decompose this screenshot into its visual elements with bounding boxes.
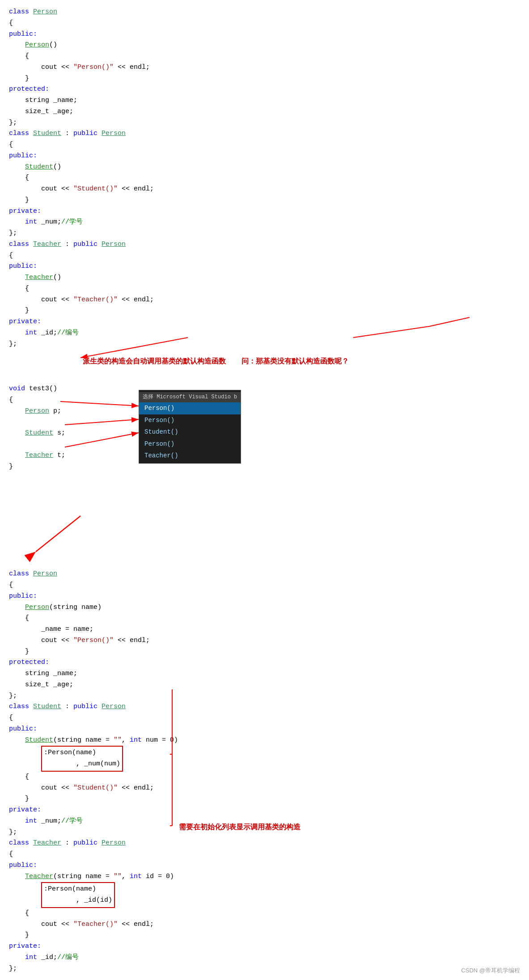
- vs-popup-item-2: Student(): [139, 426, 241, 438]
- vs-popup-item-0: Person(): [139, 402, 241, 414]
- spacer-1: [0, 476, 529, 511]
- page-wrapper: class Person { public: Person() { cout <…: [0, 0, 529, 980]
- annotation-section-2: 需要在初始化列表显示调用基类的构造: [179, 821, 529, 835]
- watermark: CSDN @帝耳机学编程: [461, 966, 520, 976]
- annotation-section-1: 派生类的构造会自动调用基类的默认构造函数 问：那基类没有默认构造函数呢？: [0, 353, 529, 380]
- code-section-1: class Person { public: Person() { cout <…: [0, 0, 529, 353]
- big-arrow-svg: [0, 511, 134, 565]
- test-function-section: void test3() { Person p; Student s; Teac…: [0, 380, 529, 476]
- test-pre: void test3() { Person p; Student s; Teac…: [9, 384, 520, 472]
- vs-popup-item-1: Person(): [139, 414, 241, 426]
- annotation-question-1: 问：那基类没有默认构造函数呢？: [241, 355, 349, 367]
- big-arrow-section: [0, 511, 529, 565]
- vs-popup-item-3: Person(): [139, 438, 241, 450]
- code-section-2: class Person { public: Person(string nam…: [0, 565, 529, 978]
- vs-popup-title: 选择 Microsoft Visual Studio b: [139, 392, 241, 402]
- test-function-code: void test3() { Person p; Student s; Teac…: [0, 380, 529, 476]
- annotation-text-2: 需要在初始化列表显示调用基类的构造: [179, 823, 300, 831]
- arrow-section-2: [0, 835, 529, 844]
- vs-popup: 选择 Microsoft Visual Studio b Person() Pe…: [139, 390, 241, 464]
- code-pre-2: class Person { public: Person(string nam…: [9, 569, 520, 974]
- vs-popup-item-4: Teacher(): [139, 450, 241, 461]
- svg-line-10: [36, 516, 80, 552]
- code-pre-1: class Person { public: Person() { cout <…: [9, 7, 520, 350]
- annotation-text-1: 派生类的构造会自动调用基类的默认构造函数: [83, 355, 226, 367]
